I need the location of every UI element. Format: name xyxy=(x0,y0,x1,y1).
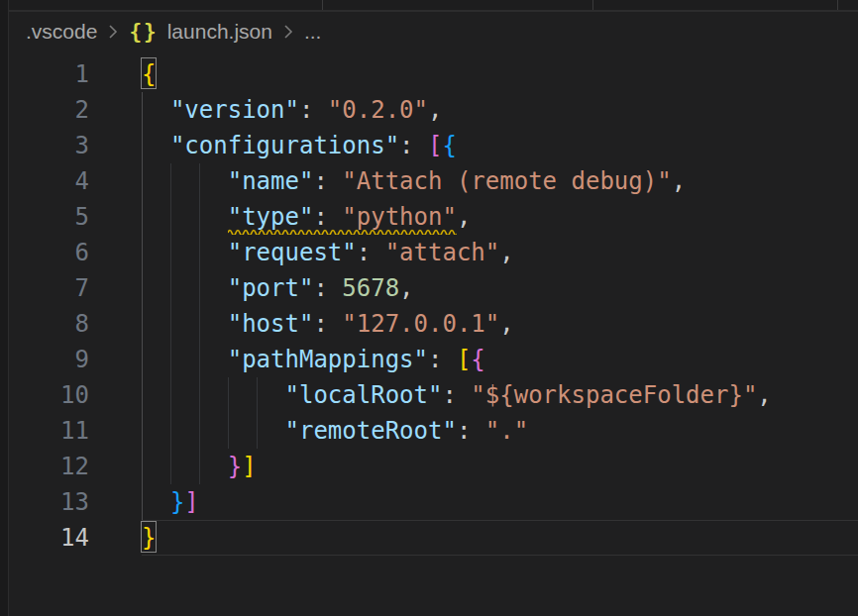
code-token: } xyxy=(228,453,242,480)
code-line[interactable]: 4 "name": "Attach (remote debug)", xyxy=(0,163,858,199)
breadcrumb-folder[interactable]: .vscode xyxy=(26,20,97,44)
code-token: "pathMappings" xyxy=(228,346,428,373)
code-token: , xyxy=(757,381,771,409)
code-text: "version": "0.2.0", xyxy=(142,92,442,128)
code-text: "localRoot": "${workspaceFolder}", xyxy=(142,377,772,413)
code-text: "host": "127.0.0.1", xyxy=(142,306,514,342)
line-number[interactable]: 2 xyxy=(0,92,89,128)
code-text: }] xyxy=(142,449,257,484)
code-token: : xyxy=(357,239,385,266)
code-line[interactable]: 12 }] xyxy=(0,449,858,484)
code-token: "type" xyxy=(228,203,314,231)
tab-bar[interactable] xyxy=(9,0,858,12)
code-line[interactable]: 14} xyxy=(0,520,858,556)
code-text: "port": 5678, xyxy=(142,270,414,306)
code-line[interactable]: 13 }] xyxy=(0,484,858,520)
line-number[interactable]: 7 xyxy=(0,270,89,306)
line-number[interactable]: 11 xyxy=(0,413,89,449)
bracket-match: { xyxy=(142,58,156,88)
code-token: "request" xyxy=(228,239,357,266)
code-token: : xyxy=(313,167,342,195)
code-line[interactable]: 10 "localRoot": "${workspaceFolder}", xyxy=(0,377,858,413)
code-token: "remoteRoot" xyxy=(285,417,457,445)
line-number[interactable]: 8 xyxy=(0,306,89,342)
code-token: "version" xyxy=(170,96,299,124)
code-token: "localRoot" xyxy=(285,381,443,409)
code-token: [ xyxy=(428,132,442,159)
breadcrumb-symbol-ellipsis[interactable]: ... xyxy=(304,20,322,44)
code-line[interactable]: 11 "remoteRoot": "." xyxy=(0,413,858,449)
code-token: : xyxy=(313,203,342,231)
line-number[interactable]: 1 xyxy=(0,56,89,92)
line-number[interactable]: 10 xyxy=(0,377,89,413)
line-number[interactable]: 4 xyxy=(0,163,89,199)
code-token: : xyxy=(399,132,428,159)
code-token: ] xyxy=(242,453,256,480)
code-token: : xyxy=(313,274,342,302)
code-token: "host" xyxy=(228,310,314,338)
code-token: 5678 xyxy=(342,274,399,302)
sidebar-edge xyxy=(0,0,9,616)
line-number[interactable]: 12 xyxy=(0,449,89,484)
code-token: "configurations" xyxy=(170,132,399,159)
code-editor-area[interactable]: 1{2 "version": "0.2.0",3 "configurations… xyxy=(0,56,858,556)
code-token: : xyxy=(457,417,485,445)
bracket-match: } xyxy=(142,522,156,552)
code-token: , xyxy=(672,167,686,195)
code-line[interactable]: 6 "request": "attach", xyxy=(0,235,858,270)
code-text: "configurations": [{ xyxy=(142,128,457,163)
code-token: "name" xyxy=(228,167,314,195)
code-token: "." xyxy=(485,417,528,445)
current-line-highlight xyxy=(142,520,858,556)
code-token: [ xyxy=(457,346,471,373)
tab-divider xyxy=(837,0,838,10)
tab-divider xyxy=(322,0,323,10)
code-text: "request": "attach", xyxy=(142,235,514,270)
warning-squiggle xyxy=(228,228,457,235)
code-token: ] xyxy=(184,488,198,516)
code-line[interactable]: 9 "pathMappings": [{ xyxy=(0,342,858,377)
code-line[interactable]: 1{ xyxy=(0,56,858,92)
line-number[interactable]: 3 xyxy=(0,128,89,163)
code-token: { xyxy=(442,132,456,159)
code-token: , xyxy=(457,203,471,231)
chevron-right-icon xyxy=(281,24,295,40)
code-line[interactable]: 8 "host": "127.0.0.1", xyxy=(0,306,858,342)
tab-divider xyxy=(592,0,593,10)
code-token: : xyxy=(299,96,328,124)
code-token: , xyxy=(428,96,442,124)
code-token: "python" xyxy=(342,203,457,231)
code-token: "Attach (remote debug)" xyxy=(342,167,671,195)
code-token: "${workspaceFolder}" xyxy=(471,381,757,409)
breadcrumb-file[interactable]: launch.json xyxy=(167,20,272,44)
line-number[interactable]: 6 xyxy=(0,235,89,270)
code-line[interactable]: 5 "type": "python", xyxy=(0,199,858,235)
code-token: "127.0.0.1" xyxy=(342,310,499,338)
line-number[interactable]: 14 xyxy=(0,520,89,556)
line-number[interactable]: 9 xyxy=(0,342,89,377)
line-number[interactable]: 5 xyxy=(0,199,89,235)
code-token: , xyxy=(399,274,413,302)
code-text: "pathMappings": [{ xyxy=(142,342,485,377)
code-token: "0.2.0" xyxy=(328,96,428,124)
code-token: "port" xyxy=(228,274,314,302)
breadcrumb: .vscode {} launch.json ... xyxy=(9,14,858,50)
code-text: "remoteRoot": "." xyxy=(142,413,528,449)
code-text: { xyxy=(142,56,156,92)
code-token: { xyxy=(471,346,484,373)
chevron-right-icon xyxy=(106,24,120,40)
code-token: } xyxy=(170,488,184,516)
code-token: : xyxy=(442,381,471,409)
code-token: , xyxy=(499,239,513,266)
code-token: : xyxy=(428,346,457,373)
line-number[interactable]: 13 xyxy=(0,484,89,520)
code-token: "attach" xyxy=(385,239,500,266)
code-text: }] xyxy=(142,484,199,520)
code-line[interactable]: 7 "port": 5678, xyxy=(0,270,858,306)
json-braces-icon: {} xyxy=(129,20,158,44)
code-text: } xyxy=(142,520,156,556)
code-line[interactable]: 2 "version": "0.2.0", xyxy=(0,92,858,128)
code-token: : xyxy=(313,310,342,338)
code-text: "name": "Attach (remote debug)", xyxy=(142,163,686,199)
code-line[interactable]: 3 "configurations": [{ xyxy=(0,128,858,163)
